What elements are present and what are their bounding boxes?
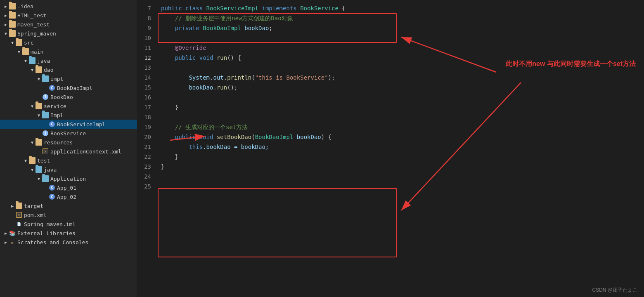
code-line-20: ◇ public void setBookDao(BookDaoImpl boo… (158, 132, 644, 142)
folder-icon (16, 39, 22, 46)
sidebar-item-app02[interactable]: ▶ C App_02 (0, 192, 137, 201)
file-tree[interactable]: ▶ .idea ▶ HTML_test ▶ maven_test ▼ Sprin… (0, 0, 137, 297)
code-line-18 (158, 112, 644, 122)
sidebar-item-bookservice[interactable]: ▶ I BookService (0, 129, 137, 138)
xml-icon: x (42, 148, 49, 155)
sidebar-item-java-test[interactable]: ▼ java (0, 165, 137, 174)
collapse-arrow: ▼ (36, 176, 41, 181)
folder-icon (9, 12, 16, 19)
sidebar-item-label: App_01 (57, 185, 76, 191)
folder-icon (36, 66, 42, 73)
collapse-arrow: ▼ (36, 113, 41, 118)
code-line-16 (158, 92, 644, 102)
sidebar-item-label: .idea (17, 3, 33, 9)
sidebar-item-test[interactable]: ▼ test (0, 156, 137, 165)
sidebar-item-appcontext[interactable]: ▶ x applicationContext.xml (0, 147, 137, 156)
sidebar-item-label: src (24, 40, 33, 46)
sidebar-item-label: Spring_maven.iml (24, 221, 76, 227)
sidebar-item-bookdaoimpl[interactable]: ▶ C BookDaoImpl (0, 83, 137, 92)
sidebar-item-bookserviceimpl[interactable]: ▶ C BookServiceImpl (0, 120, 137, 129)
line-num-23: 23 (137, 162, 154, 172)
folder-icon (9, 3, 16, 9)
java-class-icon: C (49, 193, 55, 200)
scratches-icon: ✏️ (9, 239, 16, 245)
collapse-arrow: ▶ (3, 231, 8, 236)
line-num-17: 17 (137, 102, 154, 112)
libs-icon: 📚 (9, 230, 16, 236)
code-line-24 (158, 172, 644, 182)
sidebar-item-src[interactable]: ▼ src (0, 38, 137, 47)
code-line-17: ◇ } (158, 102, 644, 112)
collapse-arrow: ▼ (36, 76, 41, 81)
sidebar-item-scratches[interactable]: ▶ ✏️ Scratches and Consoles (0, 238, 137, 247)
code-line-11: @Override (158, 43, 644, 53)
collapse-arrow: ▼ (23, 158, 28, 163)
sidebar-item-app01[interactable]: ▶ C App_01 (0, 183, 137, 192)
sidebar-item-label: Application (50, 176, 86, 182)
code-line-19: // 生成对应的一个set方法 (158, 122, 644, 132)
sidebar-item-idea[interactable]: ▶ .idea (0, 2, 137, 11)
sidebar-item-spring-maven[interactable]: ▼ Spring_maven (0, 29, 137, 38)
sidebar-item-html-test[interactable]: ▶ HTML_test (0, 11, 137, 20)
line-num-14: 14 (137, 73, 154, 82)
collapse-arrow: ▶ (10, 203, 15, 208)
collapse-arrow: ▼ (30, 67, 35, 72)
sidebar-item-bookdao[interactable]: ▶ I BookDao (0, 92, 137, 101)
folder-icon (29, 57, 36, 64)
java-class-icon: C (49, 184, 55, 191)
iml-icon: 📄 (16, 221, 22, 227)
line-num-11: 11 (137, 43, 154, 53)
sidebar-item-target[interactable]: ▶ target (0, 201, 137, 210)
sidebar-item-label: HTML_test (17, 12, 46, 19)
sidebar-item-label: BookServiceImpl (57, 121, 105, 127)
folder-icon (42, 75, 49, 82)
sidebar-item-label: BookService (50, 130, 86, 137)
sidebar-item-main[interactable]: ▼ main (0, 47, 137, 56)
folder-icon (36, 139, 42, 146)
sidebar-item-label: resources (44, 139, 73, 146)
collapse-arrow: ▼ (10, 40, 15, 45)
sidebar-item-label: applicationContext.xml (50, 148, 121, 155)
line-num-21: 21 (137, 142, 154, 152)
code-line-25 (158, 182, 644, 191)
sidebar-item-label: pom.xml (24, 212, 47, 218)
sidebar-item-dao[interactable]: ▼ dao (0, 65, 137, 74)
sidebar-item-springmaveniml[interactable]: ▶ 📄 Spring_maven.iml (0, 219, 137, 229)
sidebar-item-service[interactable]: ▼ service (0, 101, 137, 111)
sidebar-item-maven-test[interactable]: ▶ maven_test (0, 20, 137, 29)
sidebar-item-label: java (44, 167, 57, 173)
folder-icon (22, 48, 29, 55)
line-num-8: 8 (137, 13, 154, 23)
sidebar-item-impl-service[interactable]: ▼ Impl (0, 111, 137, 120)
java-interface-icon: I (42, 130, 49, 137)
code-text: public class BookServiceImpl implements … (158, 0, 644, 297)
sidebar-item-label: impl (50, 76, 63, 82)
collapse-arrow: ▶ (3, 4, 8, 9)
sidebar-item-label: dao (44, 67, 53, 73)
sidebar-item-label: BookDaoImpl (57, 85, 92, 91)
line-num-22: 22 (137, 152, 154, 162)
sidebar-item-label: main (31, 49, 43, 55)
sidebar-item-external-libs[interactable]: ▶ 📚 External Libraries (0, 229, 137, 238)
folder-icon (42, 112, 49, 118)
sidebar-item-resources[interactable]: ▼ resources (0, 138, 137, 147)
collapse-arrow: ▼ (3, 31, 8, 36)
sidebar-item-impl-dao[interactable]: ▼ impl (0, 74, 137, 83)
sidebar-item-application[interactable]: ▼ Application (0, 174, 137, 183)
line-num-24: 24 (137, 172, 154, 182)
code-line-15: bookDao.run(); (158, 82, 644, 92)
java-class-icon: C (49, 121, 55, 127)
bottom-info: CSDN @团子たまこ (592, 287, 637, 294)
sidebar-item-java[interactable]: ▼ java (0, 56, 137, 65)
folder-icon (29, 157, 36, 164)
code-line-14: System.out.println("this is BookService"… (158, 73, 644, 82)
line-num-9: 9 (137, 23, 154, 33)
sidebar-item-pomxml[interactable]: ▶ x pom.xml (0, 210, 137, 219)
folder-icon (42, 175, 49, 182)
line-num-25: 25 (137, 182, 154, 191)
folder-icon (16, 203, 22, 209)
code-line-12: ⊕ ◇ public void run() { (158, 53, 644, 63)
line-num-13: 13 (137, 63, 154, 73)
line-num-12: 12 ↑ (137, 53, 154, 63)
line-num-18: 18 (137, 112, 154, 122)
